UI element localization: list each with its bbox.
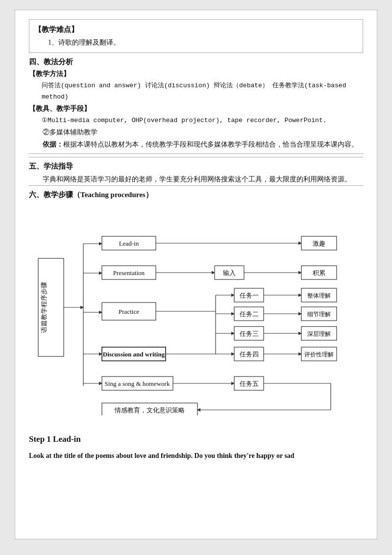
tools-content1: ①Multi-media computer, OHP(overhead proj… xyxy=(42,115,363,126)
input-text: 输入 xyxy=(223,269,236,277)
basis: 依据：根据本课特点以教材为本，传统教学手段和现代多媒体教学手段相结合，恰当合理呈… xyxy=(43,138,363,151)
zhengti-text: 整体理解 xyxy=(307,292,331,299)
step1-section: Step 1 Lead-in Look at the title of the … xyxy=(29,429,363,462)
shenceng-text: 深层理解 xyxy=(307,330,331,337)
presentation-text: Presentation xyxy=(113,269,145,277)
tools-content2: ②多媒体辅助教学 xyxy=(43,126,363,138)
jilei-text: 积累 xyxy=(313,269,325,277)
sing-text: Sing a song & homework xyxy=(105,380,170,387)
section-four-label: 四、教法分析 xyxy=(29,56,363,69)
task3-text: 任务三 xyxy=(239,330,259,337)
section-four: 四、教法分析 【教学方法】 问答法(question and answer) 讨… xyxy=(29,56,363,151)
method-title: 【教学方法】 xyxy=(29,68,363,80)
step1-text: Look at the title of the poems about lov… xyxy=(29,450,363,462)
discussion-text: Discussion and writing xyxy=(103,351,165,358)
section-five-content: 字典和网络是英语学习的最好的老师，学生要充分利用网络搜索这个工具，最大限度的利用… xyxy=(43,173,363,185)
jiquu-text: 激趣 xyxy=(313,240,325,247)
left-box-text: 语篇教学程序步骤 xyxy=(40,282,48,333)
tools-title: 【教具、教学手段】 xyxy=(29,103,363,115)
pingjia-text: 评价性理解 xyxy=(304,351,334,358)
task1-text: 任务一 xyxy=(239,292,259,299)
teaching-difficulty-box: 【教学难点】 1、诗歌的理解及翻译。 xyxy=(29,19,363,53)
section-six-label: 六、教学步骤（Teaching procedures） xyxy=(29,189,363,202)
lead-in-text: Lead-in xyxy=(119,240,139,247)
section-five-label: 五、学法指导 xyxy=(29,160,363,173)
task5-text: 任务五 xyxy=(239,380,259,387)
task4-text: 任务四 xyxy=(239,351,259,358)
difficulty-title: 【教学难点】 xyxy=(34,24,358,36)
basis-label: 依据： xyxy=(43,141,63,148)
page: 【教学难点】 1、诗歌的理解及翻译。 四、教法分析 【教学方法】 问答法(que… xyxy=(15,10,377,539)
section-five: 五、学法指导 字典和网络是英语学习的最好的老师，学生要充分利用网络搜索这个工具，… xyxy=(29,157,363,185)
basis-content: 根据本课特点以教材为本，传统教学手段和现代多媒体教学手段相结合，恰当合理呈现本课… xyxy=(63,141,358,148)
section-six: 六、教学步骤（Teaching procedures） .box { fill:… xyxy=(29,185,363,419)
practice-text: Practice xyxy=(119,308,139,315)
xijie-text: 细节理解 xyxy=(307,311,331,318)
task2-text: 任务二 xyxy=(239,310,259,318)
divider-1 xyxy=(29,153,363,154)
qinggan-text: 情感教育，文化意识策略 xyxy=(114,406,185,414)
difficulty-content: 1、诗歌的理解及翻译。 xyxy=(48,36,358,49)
flowchart-svg: .box { fill: white; stroke: #333; stroke… xyxy=(29,209,363,415)
method-content: 问答法(question and answer) 讨论法(discussion)… xyxy=(42,80,363,103)
flowchart: .box { fill: white; stroke: #333; stroke… xyxy=(29,209,363,419)
step1-title: Step 1 Lead-in xyxy=(29,432,363,447)
